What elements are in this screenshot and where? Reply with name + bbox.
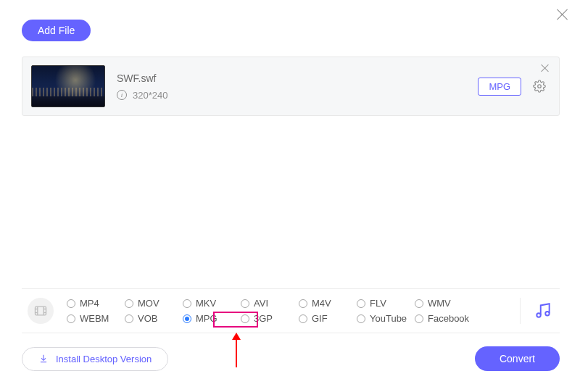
- file-name: SWF.swf: [117, 72, 478, 84]
- radio-icon: [415, 314, 423, 323]
- download-icon: [38, 354, 49, 364]
- install-desktop-label: Install Desktop Version: [56, 354, 152, 364]
- video-formats-icon[interactable]: [28, 298, 54, 324]
- radio-icon: [357, 314, 365, 323]
- format-option-label: M4V: [312, 298, 331, 309]
- format-option-label: WMV: [428, 298, 451, 309]
- format-option-label: Facebook: [428, 313, 469, 324]
- bottom-bar: Install Desktop Version Convert: [22, 346, 560, 371]
- format-option-label: FLV: [370, 298, 386, 309]
- svg-point-9: [545, 312, 549, 315]
- format-option-vob[interactable]: VOB: [125, 313, 183, 324]
- audio-formats-icon[interactable]: [534, 301, 552, 320]
- format-option-avi[interactable]: AVI: [241, 298, 299, 309]
- format-option-mkv[interactable]: MKV: [183, 298, 241, 309]
- format-option-mpg[interactable]: MPG: [183, 313, 241, 324]
- radio-icon: [183, 299, 191, 308]
- radio-icon: [241, 299, 249, 308]
- format-option-label: WEBM: [80, 313, 109, 324]
- radio-icon: [357, 299, 365, 308]
- format-option-wmv[interactable]: WMV: [415, 298, 473, 309]
- format-option-label: GIF: [312, 313, 328, 324]
- format-option-label: MPG: [196, 313, 218, 324]
- file-resolution-row: i 320*240: [117, 90, 478, 101]
- radio-icon: [415, 299, 423, 308]
- format-option-label: YouTube: [370, 313, 407, 324]
- format-option-youtube[interactable]: YouTube: [357, 313, 415, 324]
- radio-icon: [299, 299, 307, 308]
- format-option-label: AVI: [254, 298, 268, 309]
- format-option-m4v[interactable]: M4V: [299, 298, 357, 309]
- svg-point-8: [536, 313, 540, 317]
- remove-file-icon[interactable]: [540, 63, 550, 73]
- format-grid: MP4MOVMKVAVIM4VFLVWMV WEBMVOBMPG3GPGIFYo…: [67, 298, 514, 324]
- format-option-label: VOB: [138, 313, 157, 324]
- svg-rect-1: [36, 306, 46, 315]
- close-icon[interactable]: [555, 7, 570, 22]
- radio-icon: [299, 314, 307, 323]
- format-option-label: MOV: [138, 298, 160, 309]
- file-thumbnail: [31, 65, 105, 107]
- add-file-button[interactable]: Add File: [22, 20, 91, 41]
- format-option-label: 3GP: [254, 313, 273, 324]
- format-option-mp4[interactable]: MP4: [67, 298, 125, 309]
- info-icon[interactable]: i: [117, 90, 127, 100]
- format-option-label: MKV: [196, 298, 216, 309]
- install-desktop-button[interactable]: Install Desktop Version: [22, 347, 168, 371]
- radio-icon: [241, 314, 249, 323]
- radio-icon: [125, 314, 133, 323]
- gear-icon[interactable]: [533, 80, 546, 93]
- format-option-facebook[interactable]: Facebook: [415, 313, 473, 324]
- radio-icon: [67, 299, 75, 308]
- format-option-3gp[interactable]: 3GP: [241, 313, 299, 324]
- convert-button[interactable]: Convert: [475, 346, 560, 371]
- file-item: SWF.swf i 320*240 MPG: [22, 57, 560, 116]
- format-option-flv[interactable]: FLV: [357, 298, 415, 309]
- format-bar: MP4MOVMKVAVIM4VFLVWMV WEBMVOBMPG3GPGIFYo…: [22, 288, 560, 333]
- target-format-button[interactable]: MPG: [478, 78, 521, 96]
- radio-icon: [183, 314, 191, 323]
- svg-marker-11: [232, 333, 241, 340]
- format-option-mov[interactable]: MOV: [125, 298, 183, 309]
- svg-point-0: [538, 85, 542, 88]
- file-meta: SWF.swf i 320*240: [117, 72, 478, 101]
- radio-icon: [125, 299, 133, 308]
- format-option-webm[interactable]: WEBM: [67, 313, 125, 324]
- file-resolution: 320*240: [133, 90, 167, 101]
- divider: [520, 298, 521, 324]
- radio-icon: [67, 314, 75, 323]
- format-option-label: MP4: [80, 298, 99, 309]
- format-option-gif[interactable]: GIF: [299, 313, 357, 324]
